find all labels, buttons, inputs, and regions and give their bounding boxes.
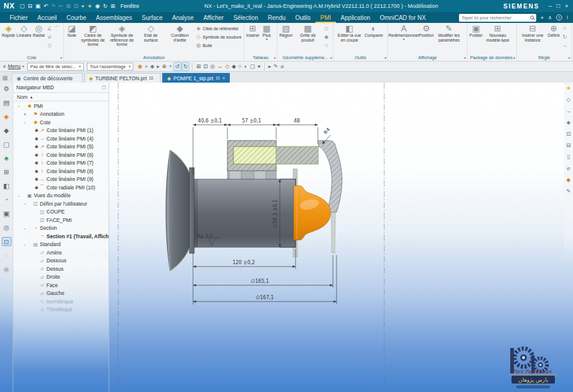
snap-point-icon[interactable]: ⊕	[161, 63, 168, 71]
ribbon-small-button[interactable]: ◈ Cible de référentiel	[195, 24, 241, 33]
ribbon-small-button[interactable]: ◇ Symbole de soudure	[195, 33, 241, 41]
perspective-icon[interactable]: ◇	[224, 63, 230, 71]
ribbon-button[interactable]: ▦ Plus ▾	[260, 24, 273, 41]
navigator-toggle-icon[interactable]: ⊞	[2, 75, 7, 81]
tree-item[interactable]: ◔ Section #1 (Travail, Affiché)	[13, 232, 109, 241]
ribbon-small-button[interactable]: ⌀	[46, 33, 54, 41]
selection-predictor-icon[interactable]: ★	[566, 85, 571, 92]
active-panel-icon[interactable]: ⊡	[2, 237, 11, 246]
repeat-command-icon[interactable]: ↻	[103, 4, 108, 9]
group-dialog-launcher[interactable]: ▾	[385, 56, 387, 60]
deselect-all-icon[interactable]: »	[144, 63, 149, 71]
tree-item[interactable]: ▱ Droite	[13, 273, 109, 282]
undo-icon[interactable]: ↶	[43, 4, 48, 9]
ribbon-button[interactable]: ⊟ Insérer une instance	[518, 24, 547, 42]
tree-item[interactable]: - ◔ Section	[13, 224, 109, 233]
ribbon-button[interactable]: ◪ Note	[65, 24, 78, 38]
sketch-icon[interactable]: ◈	[566, 119, 571, 126]
cut-icon[interactable]: ✂	[59, 4, 63, 9]
history-icon[interactable]: ◧	[2, 182, 11, 191]
reuse-library-icon[interactable]: ♣	[2, 154, 11, 163]
ribbon-button[interactable]: ◆ Condition d'arête	[165, 24, 194, 42]
copy-icon[interactable]: ⊞	[66, 4, 71, 9]
undock-icon[interactable]: □	[103, 84, 106, 90]
operation-navigator-icon[interactable]: ▢	[2, 140, 11, 149]
visibility-checkbox[interactable]: ◉	[34, 144, 39, 149]
work-plane-icon[interactable]: ▸	[264, 63, 273, 71]
tree-item[interactable]: ◉ ⌒ Cote radiale PMI (10)	[13, 183, 109, 192]
user-tool-icon[interactable]: ◉	[136, 63, 144, 71]
tree-item[interactable]: - ◆ Cote	[13, 118, 109, 127]
wireframe-icon[interactable]: ○	[237, 63, 242, 71]
visibility-checkbox[interactable]: ◉	[34, 177, 39, 182]
graphics-viewport[interactable]: 40,6 ±0,1 57 ±0,1 48 R4 ∅56,3 ±0,1 Ra 3,…	[109, 83, 564, 392]
tree-item[interactable]: ◇ Trimétrique	[13, 306, 109, 314]
rotate-right-icon[interactable]: ↻	[182, 62, 190, 71]
tree-item[interactable]: ◉ ↕ Cote linéaire PMI (7)	[13, 159, 109, 168]
menu-tab[interactable]: PMI	[315, 12, 336, 23]
datum-plane-icon[interactable]: ◇	[566, 96, 571, 103]
fullscreen-icon[interactable]: ⌖	[540, 14, 543, 21]
tree-item[interactable]: ◉ ↔ Cote linéaire PMI (9)	[13, 175, 109, 184]
ribbon-small-button[interactable]: →	[562, 41, 569, 49]
command-search[interactable]	[459, 14, 536, 22]
menu-button[interactable]: ≡ Menu ▾	[3, 63, 24, 69]
ribbon-button[interactable]: ▩ Grille de produit	[293, 24, 322, 42]
visibility-checkbox[interactable]: ◉	[34, 160, 39, 165]
tree-item[interactable]: ◫ FACE_PMI	[13, 216, 109, 224]
visibility-checkbox[interactable]: ◉	[34, 128, 39, 133]
tree-item[interactable]: ◉ ↗ Cote linéaire PMI (5)	[13, 143, 109, 151]
measure-icon[interactable]: ◎	[2, 223, 11, 232]
help-icon[interactable]: ?	[556, 14, 562, 21]
ribbon-button[interactable]: ▣ Publier	[469, 24, 483, 38]
group-dialog-launcher[interactable]: ▾	[331, 56, 332, 60]
tree-item[interactable]: ▱ Arrière	[13, 248, 109, 257]
tree-item[interactable]: ▱ Dessus	[13, 265, 109, 273]
hole-icon[interactable]: ▯	[567, 154, 570, 160]
close-button[interactable]: ×	[565, 3, 568, 9]
expander-icon[interactable]: -	[22, 119, 27, 125]
tree-item[interactable]: - ▣ Vues du modèle	[13, 192, 109, 200]
pmi-diameter-2[interactable]: ∅167,1	[256, 295, 274, 300]
voice-command-icon[interactable]: ◉	[95, 4, 100, 9]
fit-window-icon[interactable]: ⊡	[566, 131, 571, 138]
pmi-dim-top-1[interactable]: 40,6 ±0,1	[198, 118, 222, 124]
visibility-checkbox[interactable]: ◉	[34, 153, 39, 157]
pmi-length[interactable]: 120 ±0,2	[232, 260, 255, 265]
window-icon[interactable]: ⊞	[192, 63, 202, 71]
group-dialog-launcher[interactable]: ▾	[274, 56, 276, 60]
ribbon-small-button[interactable]: ◇	[323, 24, 331, 33]
capture-icon[interactable]: ⌖	[81, 4, 84, 9]
expander-icon[interactable]: -	[16, 193, 21, 198]
group-dialog-launcher[interactable]: ▾	[60, 56, 62, 60]
roles-gear-icon[interactable]: ⚙	[2, 84, 11, 93]
pan-icon[interactable]: ↔	[216, 63, 224, 71]
true-shading-icon[interactable]: ●	[256, 63, 262, 71]
ribbon-button[interactable]: ◩ Cadre de symboles de forme	[78, 24, 107, 47]
paste-icon[interactable]: ⊡	[74, 4, 78, 9]
web-browser-icon[interactable]: ⊞	[2, 168, 11, 177]
ribbon-small-button[interactable]: ◆	[323, 33, 331, 41]
notes-icon[interactable]: ◌	[2, 251, 11, 260]
pmi-radius[interactable]: R4	[323, 127, 331, 135]
ribbon-button[interactable]: ◎ Radial	[32, 24, 45, 38]
tree-item[interactable]: ◉ ↕ Cote linéaire PMI (8)	[13, 167, 109, 175]
minimize-button[interactable]: –	[548, 3, 551, 9]
ribbon-small-button[interactable]: ◍ Bulle	[195, 41, 241, 49]
favorites-icon[interactable]: ★	[87, 4, 92, 9]
menu-tab[interactable]: Surface	[137, 12, 167, 23]
rotate-left-icon[interactable]: ↺	[173, 62, 182, 71]
point-constructor-icon[interactable]: +	[168, 63, 173, 71]
process-studio-icon[interactable]: ◔	[2, 195, 11, 204]
new-file-icon[interactable]: ▢	[19, 4, 25, 9]
selection-filter-dropdown[interactable]: Pas de filtre de sélec... ▾	[27, 63, 84, 71]
expander-icon[interactable]: -	[22, 226, 27, 231]
pmi-surface-finish[interactable]: Ra 3,2	[197, 234, 213, 239]
expander-icon[interactable]: -	[22, 201, 27, 206]
ribbon-button[interactable]: ◧ Editer la vue en coupe	[335, 24, 364, 42]
measure-diameter-icon[interactable]: ⌀	[567, 165, 570, 172]
zoom-icon[interactable]: ◎	[209, 63, 217, 71]
tree-item[interactable]: - ◫ Défini par l'utilisateur	[13, 200, 109, 208]
sketch-pencil-icon[interactable]: ✎	[273, 63, 280, 71]
menu-tab[interactable]: OmniCAD for NX	[375, 12, 431, 23]
